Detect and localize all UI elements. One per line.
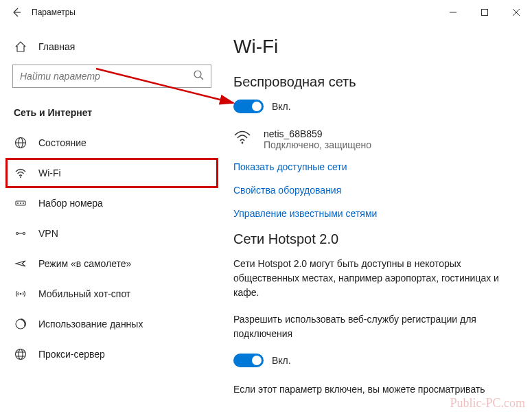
svg-point-19: [16, 349, 26, 360]
sidebar-item-hotspot[interactable]: Мобильный хот-спот: [5, 279, 218, 309]
show-networks-link[interactable]: Показать доступные сети: [233, 161, 527, 172]
connection-status: Подключено, защищено: [264, 139, 371, 150]
sidebar-item-proxy[interactable]: Прокси-сервер: [5, 339, 218, 369]
wifi-connection-info: netis_68B859 Подключено, защищено: [233, 128, 527, 150]
data-usage-icon: [14, 317, 27, 331]
sidebar: Главная Сеть и Интернет Состояние Wi-Fi: [0, 25, 221, 416]
page-title: Wi-Fi: [233, 36, 527, 58]
home-label: Главная: [38, 41, 75, 52]
watermark: Public-PC.com: [450, 396, 525, 411]
svg-point-14: [16, 233, 19, 235]
hotspot-toggle[interactable]: [233, 354, 264, 367]
nav-label: Состояние: [38, 137, 86, 148]
nav-label: Набор номера: [38, 198, 103, 209]
hotspot-icon: [14, 287, 27, 301]
sidebar-item-airplane[interactable]: Режим «в самолете»: [5, 249, 218, 279]
nav-label: Использование данных: [38, 319, 143, 330]
wireless-section-title: Беспроводная сеть: [233, 74, 527, 90]
search-box[interactable]: [12, 65, 211, 88]
wifi-toggle[interactable]: [233, 100, 264, 113]
globe-icon: [14, 136, 27, 150]
home-icon: [14, 40, 27, 54]
svg-point-11: [17, 203, 19, 204]
sidebar-section-header: Сеть и Интернет: [5, 100, 218, 128]
nav-label: Режим «в самолете»: [38, 258, 131, 269]
wifi-toggle-label: Вкл.: [272, 101, 291, 112]
known-networks-link[interactable]: Управление известными сетями: [233, 208, 527, 219]
hotspot-allow-text: Разрешить использовать веб-службу регист…: [233, 312, 527, 341]
back-button[interactable]: [7, 3, 26, 22]
nav-label: Мобильный хот-спот: [38, 288, 130, 299]
home-nav[interactable]: Главная: [5, 33, 218, 60]
minimize-button[interactable]: [437, 1, 469, 23]
wifi-toggle-row: Вкл.: [233, 100, 527, 113]
hotspot-body-text: Сети Hotspot 2.0 могут быть доступны в н…: [233, 257, 527, 300]
footer-text: Если этот параметр включен, вы можете пр…: [233, 382, 527, 397]
svg-point-12: [20, 203, 21, 204]
svg-point-9: [20, 176, 21, 178]
svg-line-5: [200, 77, 203, 80]
hotspot-toggle-label: Вкл.: [272, 355, 291, 366]
vpn-icon: [14, 227, 27, 240]
search-input[interactable]: [20, 71, 193, 82]
svg-rect-1: [482, 10, 488, 16]
ssid-name: netis_68B859: [264, 128, 371, 139]
wifi-signal-icon: [233, 128, 253, 150]
svg-point-15: [23, 233, 25, 235]
svg-point-23: [242, 142, 244, 144]
svg-point-4: [194, 71, 201, 78]
maximize-button[interactable]: [469, 1, 500, 23]
sidebar-item-status[interactable]: Состояние: [5, 128, 218, 158]
content-pane: Wi-Fi Беспроводная сеть Вкл. netis_68B85…: [221, 25, 532, 416]
sidebar-item-wifi[interactable]: Wi-Fi: [5, 158, 218, 188]
sidebar-item-data-usage[interactable]: Использование данных: [5, 309, 218, 339]
wifi-icon: [14, 166, 27, 180]
search-icon: [193, 69, 204, 83]
airplane-icon: [14, 257, 27, 270]
nav-label: VPN: [38, 228, 58, 239]
hardware-properties-link[interactable]: Свойства оборудования: [233, 185, 527, 196]
svg-point-17: [20, 293, 22, 295]
sidebar-item-vpn[interactable]: VPN: [5, 218, 218, 249]
close-button[interactable]: [500, 1, 532, 23]
hotspot-toggle-row: Вкл.: [233, 354, 527, 367]
sidebar-item-dialup[interactable]: Набор номера: [5, 188, 218, 218]
svg-point-13: [23, 203, 24, 204]
nav-label: Прокси-сервер: [38, 349, 105, 360]
hotspot-section-title: Сети Hotspot 2.0: [233, 231, 527, 247]
toggle-knob: [252, 102, 262, 111]
nav-label: Wi-Fi: [38, 167, 61, 178]
titlebar: Параметры: [0, 0, 532, 25]
proxy-icon: [14, 347, 27, 361]
dialup-icon: [14, 196, 27, 210]
svg-point-20: [19, 349, 23, 360]
window-controls: [437, 1, 532, 23]
toggle-knob: [252, 356, 262, 365]
window-title: Параметры: [32, 8, 76, 17]
